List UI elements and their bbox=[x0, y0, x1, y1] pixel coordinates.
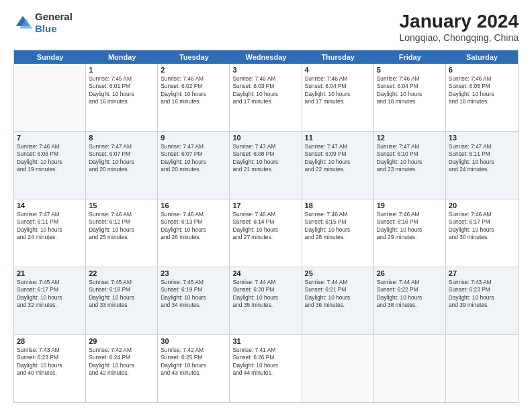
cell-info-line: and 44 minutes. bbox=[232, 369, 298, 377]
cell-info-line: Sunrise: 7:46 AM bbox=[89, 211, 154, 218]
cell-info-line: Sunset: 6:22 PM bbox=[377, 286, 443, 293]
cal-cell-4-2: 30Sunrise: 7:42 AMSunset: 6:25 PMDayligh… bbox=[158, 335, 230, 402]
day-number: 3 bbox=[232, 66, 298, 74]
cal-cell-3-4: 25Sunrise: 7:44 AMSunset: 6:21 PMDayligh… bbox=[302, 267, 374, 334]
cell-info-line: Sunset: 6:12 PM bbox=[89, 218, 154, 226]
cell-info-line: and 18 minutes. bbox=[449, 98, 515, 105]
cell-info-line: Sunset: 6:17 PM bbox=[17, 286, 83, 293]
cal-cell-3-5: 26Sunrise: 7:44 AMSunset: 6:22 PMDayligh… bbox=[374, 267, 446, 334]
location-title: Longqiao, Chongqing, China bbox=[400, 32, 519, 43]
cell-info-line: Daylight: 10 hours bbox=[232, 91, 298, 98]
day-number: 29 bbox=[89, 337, 154, 345]
day-number: 16 bbox=[161, 201, 226, 210]
cell-info-line: Sunrise: 7:43 AM bbox=[17, 347, 83, 354]
day-number: 7 bbox=[17, 134, 83, 142]
cal-cell-0-0 bbox=[14, 64, 86, 131]
logo-text: General Blue bbox=[35, 11, 73, 35]
week-row-0: 1Sunrise: 7:45 AMSunset: 6:01 PMDaylight… bbox=[14, 64, 518, 132]
cell-info-line: Sunrise: 7:47 AM bbox=[377, 143, 443, 150]
cell-info-line: Sunset: 6:04 PM bbox=[377, 83, 443, 90]
cal-cell-4-0: 28Sunrise: 7:43 AMSunset: 6:23 PMDayligh… bbox=[14, 335, 86, 402]
cell-info-line: and 24 minutes. bbox=[17, 234, 83, 241]
week-row-4: 28Sunrise: 7:43 AMSunset: 6:23 PMDayligh… bbox=[14, 335, 518, 402]
page: General Blue January 2024 Longqiao, Chon… bbox=[0, 0, 532, 411]
day-number: 2 bbox=[161, 66, 226, 74]
cell-info-line: Daylight: 10 hours bbox=[161, 362, 226, 369]
cell-info-line: and 17 minutes. bbox=[305, 98, 371, 105]
cell-info-line: and 35 minutes. bbox=[232, 302, 298, 309]
cal-cell-2-4: 18Sunrise: 7:46 AMSunset: 6:15 PMDayligh… bbox=[302, 199, 374, 267]
day-number: 23 bbox=[161, 269, 226, 277]
cell-info-line: and 42 minutes. bbox=[89, 369, 154, 377]
cell-info-line: Sunset: 6:18 PM bbox=[89, 286, 154, 293]
cell-info-line: Daylight: 10 hours bbox=[89, 226, 154, 234]
cal-cell-2-2: 16Sunrise: 7:46 AMSunset: 6:13 PMDayligh… bbox=[158, 199, 230, 267]
day-number: 27 bbox=[449, 269, 515, 277]
cal-cell-4-4 bbox=[302, 335, 374, 402]
cell-info-line: Daylight: 10 hours bbox=[161, 91, 226, 98]
cell-info-line: Sunset: 6:07 PM bbox=[89, 150, 154, 158]
cell-info-line: Sunrise: 7:46 AM bbox=[305, 211, 371, 218]
cell-info-line: and 30 minutes. bbox=[449, 234, 515, 241]
cell-info-line: and 20 minutes. bbox=[161, 166, 226, 173]
cal-cell-3-3: 24Sunrise: 7:44 AMSunset: 6:20 PMDayligh… bbox=[230, 267, 302, 334]
cell-info-line: Sunrise: 7:45 AM bbox=[17, 279, 83, 286]
day-number: 31 bbox=[232, 337, 298, 345]
cell-info-line: Sunset: 6:10 PM bbox=[377, 150, 443, 158]
header-day-thursday: Thursday bbox=[302, 50, 374, 64]
cell-info-line: Daylight: 10 hours bbox=[305, 294, 371, 302]
cell-info-line: Daylight: 10 hours bbox=[17, 362, 83, 369]
week-row-2: 14Sunrise: 7:47 AMSunset: 6:11 PMDayligh… bbox=[14, 199, 518, 267]
cell-info-line: Sunset: 6:09 PM bbox=[305, 150, 371, 158]
day-number: 25 bbox=[305, 269, 371, 277]
cell-info-line: Daylight: 10 hours bbox=[232, 362, 298, 369]
cell-info-line: Sunrise: 7:47 AM bbox=[17, 211, 83, 218]
cell-info-line: Sunrise: 7:47 AM bbox=[305, 143, 371, 150]
cal-cell-2-6: 20Sunrise: 7:46 AMSunset: 6:17 PMDayligh… bbox=[446, 199, 518, 267]
cell-info-line: Sunrise: 7:44 AM bbox=[305, 279, 371, 286]
cell-info-line: and 22 minutes. bbox=[305, 166, 371, 173]
cell-info-line: Daylight: 10 hours bbox=[17, 158, 83, 166]
cell-info-line: Daylight: 10 hours bbox=[449, 91, 515, 98]
calendar-body: 1Sunrise: 7:45 AMSunset: 6:01 PMDaylight… bbox=[14, 64, 518, 402]
cal-cell-1-1: 8Sunrise: 7:47 AMSunset: 6:07 PMDaylight… bbox=[86, 132, 158, 199]
cell-info-line: Sunset: 6:07 PM bbox=[161, 150, 226, 158]
cal-cell-4-3: 31Sunrise: 7:41 AMSunset: 6:26 PMDayligh… bbox=[230, 335, 302, 402]
cell-info-line: Sunset: 6:05 PM bbox=[449, 83, 515, 90]
cell-info-line: Sunset: 6:17 PM bbox=[449, 218, 515, 226]
cell-info-line: Sunrise: 7:42 AM bbox=[161, 347, 226, 354]
cell-info-line: and 21 minutes. bbox=[232, 166, 298, 173]
cal-cell-2-0: 14Sunrise: 7:47 AMSunset: 6:11 PMDayligh… bbox=[14, 199, 86, 267]
cal-cell-3-0: 21Sunrise: 7:45 AMSunset: 6:17 PMDayligh… bbox=[14, 267, 86, 334]
cell-info-line: Sunset: 6:25 PM bbox=[161, 354, 226, 361]
cell-info-line: and 28 minutes. bbox=[305, 234, 371, 241]
month-title: January 2024 bbox=[400, 11, 519, 32]
cal-cell-0-1: 1Sunrise: 7:45 AMSunset: 6:01 PMDaylight… bbox=[86, 64, 158, 131]
calendar-header: SundayMondayTuesdayWednesdayThursdayFrid… bbox=[14, 50, 518, 64]
cell-info-line: and 17 minutes. bbox=[232, 98, 298, 105]
day-number: 8 bbox=[89, 134, 154, 142]
cell-info-line: and 36 minutes. bbox=[305, 302, 371, 309]
cell-info-line: Sunset: 6:21 PM bbox=[305, 286, 371, 293]
cell-info-line: and 40 minutes. bbox=[17, 369, 83, 377]
header-day-monday: Monday bbox=[86, 50, 158, 64]
cell-info-line: Sunset: 6:15 PM bbox=[305, 218, 371, 226]
cell-info-line: Sunrise: 7:46 AM bbox=[232, 211, 298, 218]
cell-info-line: Sunrise: 7:41 AM bbox=[232, 347, 298, 354]
cell-info-line: and 32 minutes. bbox=[17, 302, 83, 309]
header-day-sunday: Sunday bbox=[14, 50, 86, 64]
cell-info-line: Sunrise: 7:46 AM bbox=[377, 75, 443, 83]
cell-info-line: Sunrise: 7:47 AM bbox=[89, 143, 154, 150]
logo-general: General bbox=[35, 11, 73, 22]
cell-info-line: Sunset: 6:03 PM bbox=[232, 83, 298, 90]
day-number: 28 bbox=[17, 337, 83, 345]
cell-info-line: Sunset: 6:01 PM bbox=[89, 83, 154, 90]
cell-info-line: Sunset: 6:19 PM bbox=[161, 286, 226, 293]
cell-info-line: Daylight: 10 hours bbox=[449, 294, 515, 302]
cal-cell-1-0: 7Sunrise: 7:46 AMSunset: 6:06 PMDaylight… bbox=[14, 132, 86, 199]
day-number: 22 bbox=[89, 269, 154, 277]
day-number: 9 bbox=[161, 134, 226, 142]
header-day-friday: Friday bbox=[374, 50, 446, 64]
cell-info-line: Sunset: 6:11 PM bbox=[17, 218, 83, 226]
cal-cell-1-3: 10Sunrise: 7:47 AMSunset: 6:08 PMDayligh… bbox=[230, 132, 302, 199]
